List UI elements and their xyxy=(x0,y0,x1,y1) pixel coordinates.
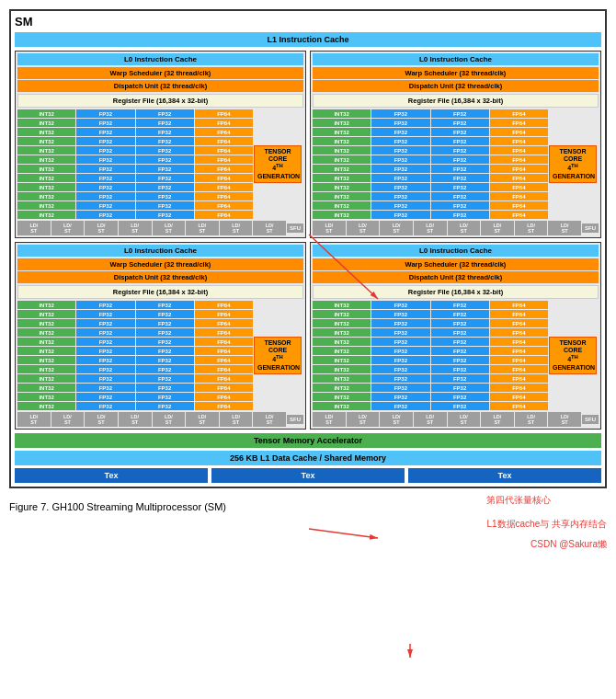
sfu-tr: SFU xyxy=(582,223,599,233)
sm-container: SM L1 Instruction Cache L0 Instruction C… xyxy=(9,9,607,488)
sm-title: SM xyxy=(15,15,601,29)
quadrant-bottom-right: L0 Instruction Cache Warp Scheduler (32 … xyxy=(310,242,601,430)
quadrant-top-right: L0 Instruction Cache Warp Scheduler (32 … xyxy=(310,51,601,238)
tensor-core-label-tr: TENSOR CORE4TH GENERATION xyxy=(549,145,597,184)
top-quadrant-row: L0 Instruction Cache Warp Scheduler (32 … xyxy=(15,51,601,238)
tex-unit-1: Tex xyxy=(15,468,208,483)
sfu-row-br: LD/STLD/STLD/STLD/STLD/STLD/STLD/STLD/ST… xyxy=(313,412,599,427)
register-file-br: Register File (16,384 x 32-bit) xyxy=(313,285,599,299)
l1-data-cache: 256 KB L1 Data Cache / Shared Memory xyxy=(15,451,601,465)
l1-instruction-cache: L1 Instruction Cache xyxy=(15,32,601,47)
csdn-attribution: CSDN @Sakura懒 xyxy=(486,538,607,551)
sfu-tl: SFU xyxy=(287,223,303,233)
cuda-rows-tr: INT32FP32FP32FP64 INT32FP32FP32FP64 INT3… xyxy=(313,109,548,219)
sfu-row-bl: LD/STLD/STLD/STLD/STLD/STLD/STLD/STLD/ST… xyxy=(17,412,303,427)
figure-caption: Figure 7. GH100 Streaming Multiprocessor… xyxy=(9,501,477,512)
sfu-row-tl: LD/STLD/STLD/STLD/STLD/STLD/STLD/STLD/ST… xyxy=(17,221,303,235)
warp-scheduler-tr: Warp Scheduler (32 thread/clk) xyxy=(313,67,599,79)
cuda-rows-bl: INT32FP32FP32FP64 INT32FP32FP32FP64 INT3… xyxy=(17,301,253,410)
l0-cache-tr: L0 Instruction Cache xyxy=(313,53,599,65)
sfu-row-tr: LD/STLD/STLD/STLD/STLD/STLD/STLD/STLD/ST… xyxy=(313,221,599,235)
cuda-rows-tl: INT32FP32FP32FP64 INT32FP32FP32FP64 INT3… xyxy=(17,109,253,219)
sfu-bl: SFU xyxy=(287,415,303,424)
tensor-memory-accelerator: Tensor Memory Accelerator xyxy=(15,433,601,448)
register-file-bl: Register File (16,384 x 32-bit) xyxy=(17,285,303,299)
tex-row: Tex Tex Tex xyxy=(15,468,601,483)
dispatch-unit-tr: Dispatch Unit (32 thread/clk) xyxy=(313,80,599,92)
annotation-l1-cache: L1数据cache与 共享内存结合 xyxy=(486,518,607,531)
cuda-section-tr: INT32FP32FP32FP64 INT32FP32FP32FP64 INT3… xyxy=(313,109,599,219)
page: SM L1 Instruction Cache L0 Instruction C… xyxy=(0,0,616,560)
warp-scheduler-tl: Warp Scheduler (32 thread/clk) xyxy=(17,67,303,79)
l0-cache-bl: L0 Instruction Cache xyxy=(17,245,303,257)
l0-cache-br: L0 Instruction Cache xyxy=(313,245,599,257)
register-file-tl: Register File (16,384 x 32-bit) xyxy=(17,94,303,108)
tensor-core-label-bl: TENSOR CORE4TH GENERATION xyxy=(254,337,302,375)
tensor-core-label-br: TENSOR CORE4TH GENERATION xyxy=(549,337,597,375)
cuda-section-bl: INT32FP32FP32FP64 INT32FP32FP32FP64 INT3… xyxy=(17,301,303,410)
dispatch-unit-br: Dispatch Unit (32 thread/clk) xyxy=(313,271,599,283)
warp-scheduler-br: Warp Scheduler (32 thread/clk) xyxy=(313,258,599,270)
tex-unit-2: Tex xyxy=(211,468,405,483)
cuda-section-tl: INT32FP32FP32FP64 INT32FP32FP32FP64 INT3… xyxy=(17,109,303,219)
register-file-tr: Register File (16,384 x 32-bit) xyxy=(313,94,599,108)
dispatch-unit-bl: Dispatch Unit (32 thread/clk) xyxy=(17,271,303,283)
tex-unit-3: Tex xyxy=(408,468,601,483)
bottom-quadrant-row: L0 Instruction Cache Warp Scheduler (32 … xyxy=(15,242,601,430)
cuda-section-br: INT32FP32FP32FP64 INT32FP32FP32FP64 INT3… xyxy=(313,301,599,410)
dispatch-unit-tl: Dispatch Unit (32 thread/clk) xyxy=(17,80,303,92)
annotation-fourth-gen: 第四代张量核心 xyxy=(486,494,607,507)
l0-cache-tl: L0 Instruction Cache xyxy=(17,53,303,65)
quadrant-bottom-left: L0 Instruction Cache Warp Scheduler (32 … xyxy=(15,242,306,430)
cuda-rows-br: INT32FP32FP32FP64 INT32FP32FP32FP64 INT3… xyxy=(313,301,548,410)
tensor-core-label-tl: TENSOR CORE4TH GENERATION xyxy=(254,145,302,184)
warp-scheduler-bl: Warp Scheduler (32 thread/clk) xyxy=(17,258,303,270)
quadrant-top-left: L0 Instruction Cache Warp Scheduler (32 … xyxy=(15,51,306,238)
sfu-br: SFU xyxy=(582,415,599,424)
